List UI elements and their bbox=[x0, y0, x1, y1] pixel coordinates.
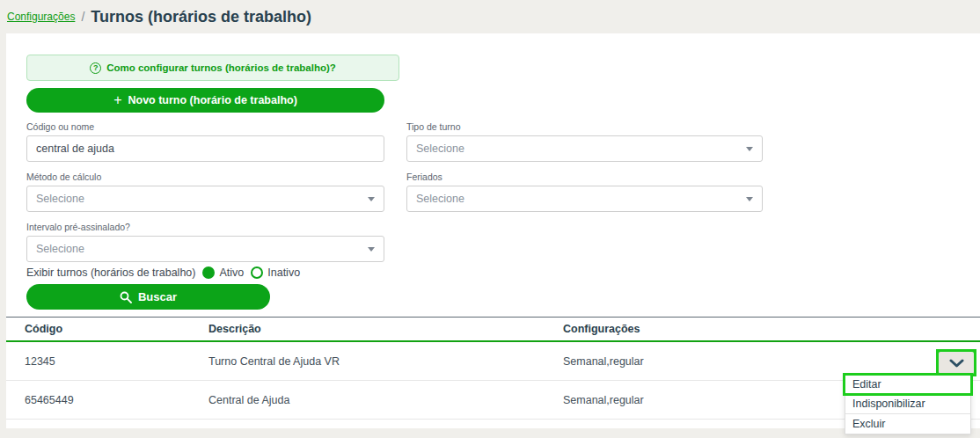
search-button-label: Buscar bbox=[138, 290, 177, 303]
row-actions-button[interactable] bbox=[939, 352, 974, 374]
table-row: 12345 Turno Central de Ajuda VR Semanal,… bbox=[6, 342, 980, 381]
field-tipo-de-turno: Tipo de turno Selecione bbox=[406, 121, 763, 162]
select-value: Selecione bbox=[416, 193, 464, 205]
field-label: Tipo de turno bbox=[406, 121, 763, 132]
field-label: Intervalo pré-assinalado? bbox=[26, 222, 384, 232]
question-circle-icon bbox=[90, 62, 101, 74]
breadcrumb-separator: / bbox=[81, 10, 84, 24]
new-shift-button[interactable]: + Novo turno (horário de trabalho) bbox=[26, 88, 384, 113]
search-button[interactable]: Buscar bbox=[26, 284, 270, 310]
filter-form: Código ou nome Tipo de turno Selecione M… bbox=[26, 121, 763, 272]
menu-item-excluir[interactable]: Excluir bbox=[845, 413, 970, 434]
feriados-select[interactable]: Selecione bbox=[406, 186, 763, 212]
page-title: Turnos (horários de trabalho) bbox=[91, 8, 311, 26]
radio-ativo[interactable]: Ativo bbox=[202, 266, 244, 279]
content-card: Como configurar turnos (horários de trab… bbox=[6, 33, 980, 428]
table-header: Código Descrição Configurações bbox=[6, 317, 980, 342]
field-label: Código ou nome bbox=[26, 121, 384, 132]
help-banner-label: Como configurar turnos (horários de trab… bbox=[106, 62, 336, 73]
intervalo-pre-assinalado-select[interactable]: Selecione bbox=[26, 236, 384, 262]
results-table: Código Descrição Configurações 12345 Tur… bbox=[6, 317, 980, 420]
radio-ativo-label: Ativo bbox=[219, 266, 244, 279]
chevron-down-icon bbox=[949, 359, 964, 368]
caret-down-icon bbox=[746, 147, 753, 151]
cell-descricao: Turno Central de Ajuda VR bbox=[208, 355, 563, 368]
field-feriados: Feriados Selecione bbox=[406, 172, 763, 212]
field-label: Feriados bbox=[406, 172, 763, 182]
table-row: 65465449 Central de Ajuda Semanal,regula… bbox=[6, 381, 980, 420]
radio-inativo[interactable]: Inativo bbox=[251, 266, 300, 279]
row-actions-highlight bbox=[936, 349, 976, 376]
caret-down-icon bbox=[368, 247, 375, 252]
cell-configuracoes: Semanal,regular bbox=[563, 355, 980, 368]
menu-item-editar[interactable]: Editar bbox=[845, 376, 970, 393]
field-metodo-de-calculo: Método de cálculo Selecione bbox=[26, 172, 384, 212]
field-intervalo-pre-assinalado: Intervalo pré-assinalado? Selecione bbox=[26, 222, 384, 262]
field-label: Método de cálculo bbox=[26, 172, 384, 182]
cell-codigo: 12345 bbox=[25, 355, 208, 368]
column-header-codigo: Código bbox=[25, 323, 208, 335]
tipo-de-turno-select[interactable]: Selecione bbox=[406, 135, 763, 162]
select-value: Selecione bbox=[36, 243, 84, 255]
help-banner[interactable]: Como configurar turnos (horários de trab… bbox=[26, 55, 399, 81]
menu-item-indisponibilizar[interactable]: Indisponibilizar bbox=[845, 393, 970, 413]
radio-inativo-label: Inativo bbox=[267, 266, 300, 279]
metodo-de-calculo-select[interactable]: Selecione bbox=[26, 186, 384, 212]
cell-descricao: Central de Ajuda bbox=[208, 394, 563, 406]
search-icon bbox=[120, 291, 132, 303]
select-value: Selecione bbox=[36, 193, 84, 205]
plus-icon: + bbox=[113, 93, 121, 107]
codigo-ou-nome-input[interactable] bbox=[26, 135, 384, 162]
caret-down-icon bbox=[746, 197, 753, 201]
new-shift-button-label: Novo turno (horário de trabalho) bbox=[128, 94, 296, 106]
status-filter: Exibir turnos (horários de trabalho) Ati… bbox=[26, 266, 300, 279]
column-header-descricao: Descrição bbox=[208, 323, 563, 335]
status-filter-label: Exibir turnos (horários de trabalho) bbox=[26, 266, 195, 279]
radio-selected-icon bbox=[202, 266, 215, 279]
radio-unselected-icon bbox=[251, 266, 263, 279]
row-actions-menu: Editar Indisponibilizar Excluir bbox=[845, 375, 971, 434]
select-value: Selecione bbox=[416, 142, 464, 155]
breadcrumb: Configurações / Turnos (horários de trab… bbox=[0, 0, 980, 33]
column-header-configuracoes: Configurações bbox=[563, 323, 980, 335]
breadcrumb-link-configuracoes[interactable]: Configurações bbox=[7, 11, 75, 23]
caret-down-icon bbox=[368, 197, 375, 201]
field-codigo-ou-nome: Código ou nome bbox=[26, 121, 384, 162]
cell-codigo: 65465449 bbox=[25, 394, 208, 406]
